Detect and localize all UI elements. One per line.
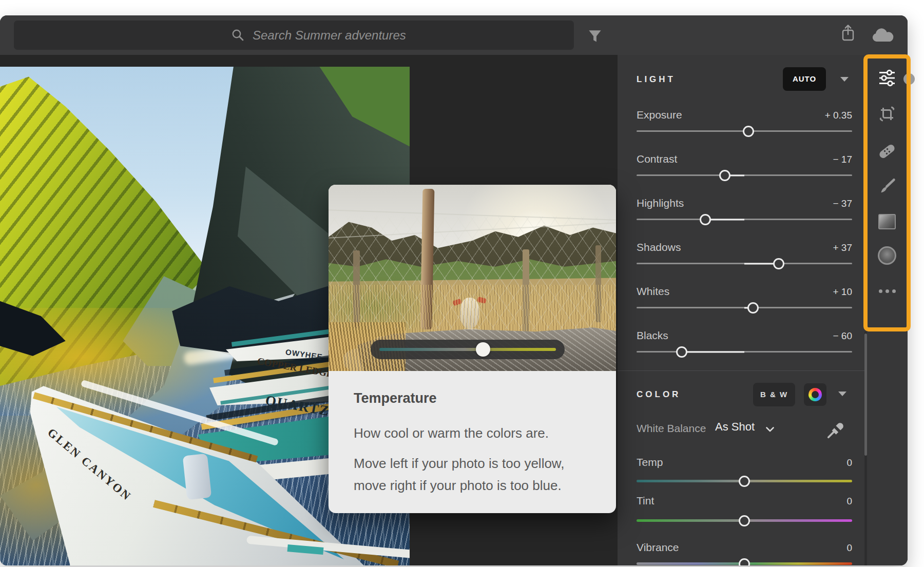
vibrance-slider-handle[interactable]: [739, 558, 750, 566]
blacks-label: Blacks: [637, 329, 668, 342]
color-collapse-chevron-icon[interactable]: [838, 392, 846, 396]
tooltip-hint-line2: move right if your photo is too blue.: [354, 475, 591, 497]
tooltip-card: Temperature How cool or warm the colors …: [329, 185, 616, 513]
chevron-down-icon[interactable]: [765, 426, 775, 433]
contrast-value: − 17: [833, 154, 852, 165]
highlights-slider-handle[interactable]: [700, 214, 711, 225]
contrast-slider[interactable]: [637, 174, 852, 176]
tint-value: 0: [846, 496, 852, 507]
color-mixer-button[interactable]: [804, 383, 826, 406]
whites-slider-handle[interactable]: [747, 302, 759, 314]
whites-row: Whites + 10: [618, 285, 867, 321]
vibrance-row: Vibrance 0: [618, 541, 867, 565]
boat-jug: [183, 454, 212, 500]
tint-slider-handle[interactable]: [739, 515, 750, 526]
highlights-value: − 37: [833, 198, 852, 209]
tint-row: Tint 0: [618, 495, 867, 531]
temperature-slider[interactable]: [371, 340, 565, 359]
whites-label: Whites: [637, 285, 669, 298]
tint-slider[interactable]: [637, 519, 852, 522]
white-balance-select[interactable]: As Shot: [715, 420, 755, 434]
exposure-row: Exposure + 0.35: [618, 109, 867, 145]
exposure-slider[interactable]: [637, 130, 852, 132]
light-collapse-chevron-icon[interactable]: [840, 77, 849, 82]
exposure-value: + 0.35: [825, 110, 852, 121]
temp-slider[interactable]: [637, 480, 852, 482]
color-wheel-icon: [808, 388, 822, 401]
search-input[interactable]: [253, 21, 540, 50]
temperature-slider-handle[interactable]: [476, 342, 490, 357]
tooltip-hint-line1: Move left if your photo is too yellow,: [354, 453, 591, 475]
vibrance-value: 0: [846, 542, 852, 554]
temp-label: Temp: [637, 456, 663, 468]
bw-toggle-button[interactable]: B & W: [753, 383, 795, 406]
auto-button[interactable]: AUTO: [783, 67, 826, 91]
cloud-icon[interactable]: [871, 27, 895, 44]
blacks-value: − 60: [833, 330, 852, 342]
temp-slider-handle[interactable]: [739, 476, 750, 487]
vibrance-slider[interactable]: [637, 562, 852, 565]
top-bar: [0, 15, 908, 55]
contrast-row: Contrast − 17: [618, 153, 867, 189]
app-window: OWYHEE COPPER LEDGE FA QUARTZ C GLEN CAN…: [0, 15, 908, 565]
tooltip-body: Temperature How cool or warm the colors …: [329, 371, 616, 497]
temp-row: Temp 0: [618, 456, 867, 492]
share-icon[interactable]: [840, 24, 856, 43]
blacks-row: Blacks − 60: [618, 329, 867, 365]
vibrance-label: Vibrance: [637, 541, 679, 554]
section-divider: [618, 370, 867, 371]
eyedropper-icon[interactable]: [825, 417, 849, 440]
exposure-label: Exposure: [637, 109, 682, 121]
temp-value: 0: [846, 457, 852, 468]
whites-slider[interactable]: [637, 307, 852, 308]
tooltip-photo: [329, 185, 616, 371]
shadows-slider[interactable]: [637, 263, 852, 264]
tooltip-description: How cool or warm the colors are.: [354, 422, 591, 444]
exposure-slider-handle[interactable]: [743, 126, 754, 137]
panel-scrollbar[interactable]: [864, 331, 867, 565]
tint-label: Tint: [637, 495, 654, 507]
tooltip-title: Temperature: [354, 390, 591, 406]
color-section-header: COLOR: [637, 389, 681, 400]
blacks-slider-handle[interactable]: [676, 346, 687, 358]
shadows-slider-handle[interactable]: [773, 258, 784, 269]
shadows-value: + 37: [833, 242, 852, 253]
white-balance-label: White Balance: [637, 422, 706, 435]
blacks-slider[interactable]: [637, 351, 852, 353]
edit-panel: LIGHT AUTO Exposure + 0.35 Contrast − 17: [618, 55, 867, 565]
highlights-label: Highlights: [637, 197, 684, 209]
filter-icon[interactable]: [588, 29, 602, 44]
page: OWYHEE COPPER LEDGE FA QUARTZ C GLEN CAN…: [0, 0, 924, 567]
temperature-slider-track[interactable]: [379, 348, 556, 351]
search-icon: [231, 28, 245, 42]
contrast-slider-handle[interactable]: [719, 170, 730, 181]
search-field[interactable]: [14, 21, 574, 50]
contrast-label: Contrast: [637, 153, 677, 165]
light-section-header: LIGHT: [637, 74, 676, 85]
highlights-row: Highlights − 37: [618, 197, 867, 233]
scrollbar-thumb[interactable]: [864, 334, 867, 456]
annotation-highlight-box: [863, 54, 911, 331]
highlights-slider[interactable]: [637, 219, 852, 220]
whites-value: + 10: [833, 286, 852, 298]
shadows-row: Shadows + 37: [618, 241, 867, 277]
shadows-label: Shadows: [637, 241, 681, 253]
